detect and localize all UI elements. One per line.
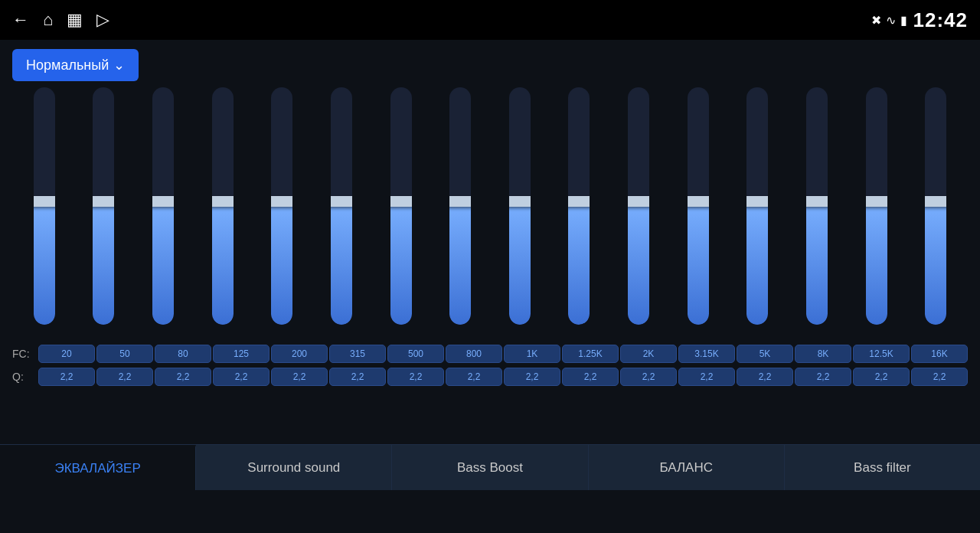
slider-handle-2khz[interactable]: [628, 196, 649, 207]
slider-handle-12_5khz[interactable]: [866, 196, 887, 207]
slider-fill-80hz: [152, 201, 174, 325]
window-icon[interactable]: ▦: [67, 10, 83, 30]
fc-badge-8[interactable]: 1K: [504, 345, 560, 363]
fc-badge-0[interactable]: 20: [38, 345, 95, 363]
slider-col-20hz[interactable]: [15, 87, 74, 340]
slider-handle-5khz[interactable]: [746, 196, 768, 207]
q-badge-11[interactable]: 2,2: [678, 368, 735, 386]
slider-col-1_25khz[interactable]: [550, 87, 609, 340]
fc-badge-5[interactable]: 315: [329, 345, 386, 363]
q-badge-8[interactable]: 2,2: [504, 368, 560, 386]
slider-col-80hz[interactable]: [134, 87, 192, 340]
back-icon[interactable]: ←: [12, 10, 29, 30]
slider-col-800hz[interactable]: [431, 87, 489, 340]
clock-display: 12:42: [913, 8, 969, 32]
slider-fill-800hz: [449, 201, 471, 325]
equalizer-area: FC: 2050801252003155008001K1.25K2K3.15K5…: [6, 87, 974, 386]
slider-col-500hz[interactable]: [372, 87, 430, 340]
fc-badge-12[interactable]: 5K: [737, 345, 793, 363]
preset-button[interactable]: Нормальный ⌄: [12, 49, 139, 81]
q-badge-4[interactable]: 2,2: [271, 368, 328, 386]
slider-handle-200hz[interactable]: [271, 196, 292, 207]
slider-handle-315hz[interactable]: [331, 196, 352, 207]
slider-handle-1_25khz[interactable]: [568, 196, 590, 207]
q-label: Q:: [12, 371, 37, 383]
fc-badge-4[interactable]: 200: [271, 345, 328, 363]
slider-fill-8khz: [806, 201, 828, 325]
fc-badge-10[interactable]: 2K: [620, 345, 677, 363]
slider-col-16khz[interactable]: [906, 87, 965, 340]
fc-badge-9[interactable]: 1.25K: [562, 345, 619, 363]
slider-handle-125hz[interactable]: [212, 196, 234, 207]
fc-badge-3[interactable]: 125: [213, 345, 270, 363]
play-icon[interactable]: ▷: [96, 10, 109, 30]
bluetooth-icon: ✖: [871, 13, 881, 28]
slider-col-1khz[interactable]: [491, 87, 549, 340]
slider-col-50hz[interactable]: [75, 87, 133, 340]
slider-handle-3_15khz[interactable]: [688, 196, 709, 207]
fc-badge-11[interactable]: 3.15K: [678, 345, 735, 363]
slider-col-5khz[interactable]: [729, 87, 787, 340]
slider-handle-800hz[interactable]: [449, 196, 471, 207]
slider-col-12_5khz[interactable]: [848, 87, 906, 340]
slider-fill-1_25khz: [568, 201, 590, 325]
slider-track-5khz: [746, 87, 768, 325]
slider-handle-1khz[interactable]: [509, 196, 531, 207]
fc-badge-14[interactable]: 12.5K: [853, 345, 910, 363]
slider-col-125hz[interactable]: [194, 87, 252, 340]
status-icons: ✖ ∿ ▮: [871, 13, 907, 28]
q-badge-3[interactable]: 2,2: [213, 368, 270, 386]
slider-fill-200hz: [271, 201, 292, 325]
q-badge-9[interactable]: 2,2: [562, 368, 619, 386]
slider-handle-16khz[interactable]: [925, 196, 946, 207]
tab-balance[interactable]: БАЛАНС: [589, 445, 785, 490]
q-badge-14[interactable]: 2,2: [853, 368, 910, 386]
fc-badge-7[interactable]: 800: [446, 345, 502, 363]
slider-track-500hz: [390, 87, 412, 325]
preset-dropdown-icon: ⌄: [113, 57, 125, 74]
q-badge-1[interactable]: 2,2: [96, 368, 153, 386]
slider-handle-50hz[interactable]: [93, 196, 114, 207]
tab-bass-filter[interactable]: Bass filter: [785, 445, 980, 490]
signal-icon: ▮: [900, 13, 907, 28]
slider-handle-80hz[interactable]: [152, 196, 174, 207]
slider-col-200hz[interactable]: [253, 87, 312, 340]
slider-handle-8khz[interactable]: [806, 196, 828, 207]
q-badge-15[interactable]: 2,2: [911, 368, 968, 386]
slider-track-20hz: [34, 87, 55, 325]
slider-col-8khz[interactable]: [788, 87, 846, 340]
fc-badge-15[interactable]: 16K: [911, 345, 968, 363]
q-badge-2[interactable]: 2,2: [155, 368, 211, 386]
slider-col-315hz[interactable]: [312, 87, 371, 340]
fc-badge-1[interactable]: 50: [96, 345, 153, 363]
fc-badge-6[interactable]: 500: [387, 345, 444, 363]
q-badge-13[interactable]: 2,2: [795, 368, 851, 386]
q-badge-10[interactable]: 2,2: [620, 368, 677, 386]
slider-fill-5khz: [746, 201, 768, 325]
q-badge-0[interactable]: 2,2: [38, 368, 95, 386]
tab-equalizer[interactable]: ЭКВАЛАЙЗЕР: [0, 445, 196, 490]
slider-track-200hz: [271, 87, 292, 325]
fc-badge-2[interactable]: 80: [155, 345, 211, 363]
slider-handle-20hz[interactable]: [34, 196, 55, 207]
home-icon[interactable]: ⌂: [43, 10, 53, 30]
slider-track-2khz: [628, 87, 649, 325]
nav-controls: ← ⌂ ▦ ▷: [12, 10, 109, 30]
tab-bass-boost[interactable]: Bass Boost: [392, 445, 588, 490]
q-badge-5[interactable]: 2,2: [329, 368, 386, 386]
slider-track-315hz: [331, 87, 352, 325]
slider-track-1_25khz: [568, 87, 590, 325]
slider-fill-20hz: [34, 201, 55, 325]
slider-handle-500hz[interactable]: [390, 196, 412, 207]
fc-values: 2050801252003155008001K1.25K2K3.15K5K8K1…: [38, 345, 968, 363]
q-badge-12[interactable]: 2,2: [737, 368, 793, 386]
slider-col-3_15khz[interactable]: [669, 87, 727, 340]
slider-track-125hz: [212, 87, 234, 325]
tab-surround[interactable]: Surround sound: [196, 445, 392, 490]
status-right: ✖ ∿ ▮ 12:42: [871, 8, 969, 32]
fc-badge-13[interactable]: 8K: [795, 345, 851, 363]
q-badge-7[interactable]: 2,2: [446, 368, 502, 386]
slider-fill-12_5khz: [866, 201, 887, 325]
slider-col-2khz[interactable]: [609, 87, 668, 340]
q-badge-6[interactable]: 2,2: [387, 368, 444, 386]
